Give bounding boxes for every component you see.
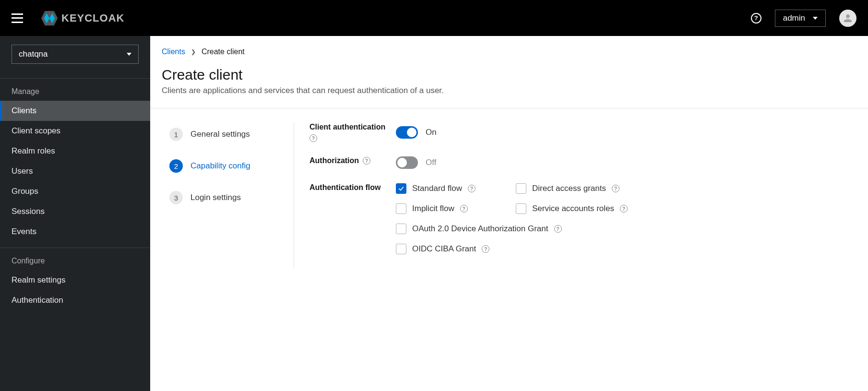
client-auth-label: Client authentication [309,123,385,131]
step-number: 3 [169,191,183,204]
wizard-nav: 1 General settings 2 Capability config 3… [169,123,294,269]
checkbox-label: Direct access grants [532,184,606,193]
checkbox-icon [396,183,406,194]
top-header: KEYCLOAK ? admin [0,0,868,36]
checkbox-standard-flow[interactable]: Standard flow ? [396,183,511,194]
help-icon[interactable]: ? [363,157,370,165]
chevron-right-icon: ❯ [191,48,196,55]
breadcrumb: Clients ❯ Create client [150,47,868,56]
wizard-step-general-settings[interactable]: 1 General settings [169,123,284,154]
sidebar-item-events[interactable]: Events [0,222,150,242]
breadcrumb-parent-link[interactable]: Clients [162,47,185,56]
checkbox-direct-access[interactable]: Direct access grants ? [516,183,631,194]
checkbox-label: Standard flow [412,184,462,193]
breadcrumb-current: Create client [202,47,245,56]
sidebar-item-users[interactable]: Users [0,161,150,181]
step-label: Capability config [190,161,250,171]
help-icon[interactable]: ? [620,205,628,213]
checkbox-service-accounts[interactable]: Service accounts roles ? [516,203,631,214]
checkbox-label: Implicit flow [412,204,454,213]
checkbox-label: OAuth 2.0 Device Authorization Grant [412,224,548,234]
main-content: Clients ❯ Create client Create client Cl… [150,36,868,391]
sidebar-item-realm-settings[interactable]: Realm settings [0,270,150,290]
nav-section-configure: Configure [0,252,150,270]
checkbox-oauth-device[interactable]: OAuth 2.0 Device Authorization Grant ? [396,224,631,234]
menu-toggle-icon[interactable] [12,13,23,23]
help-icon[interactable]: ? [309,134,317,142]
checkbox-icon [396,224,406,234]
help-icon[interactable]: ? [482,245,489,253]
step-number: 1 [169,128,183,141]
checkbox-label: OIDC CIBA Grant [412,244,476,254]
brand-logo[interactable]: KEYCLOAK [40,9,124,27]
step-label: General settings [190,130,250,139]
sidebar-item-client-scopes[interactable]: Client scopes [0,121,150,141]
realm-selector[interactable]: chatqna [12,45,139,64]
sidebar-item-sessions[interactable]: Sessions [0,201,150,222]
brand-text: KEYCLOAK [61,12,124,24]
help-icon[interactable]: ? [554,225,562,233]
chevron-down-icon [813,17,818,20]
page-description: Clients are applications and services th… [150,86,868,95]
checkbox-label: Service accounts roles [532,204,614,213]
sidebar-item-realm-roles[interactable]: Realm roles [0,141,150,161]
help-icon[interactable]: ? [612,185,619,192]
checkbox-icon [396,203,406,214]
checkbox-icon [396,244,406,254]
auth-flow-label: Authentication flow [309,183,380,192]
sidebar-item-clients[interactable]: Clients [0,101,150,121]
wizard-step-login-settings[interactable]: 3 Login settings [169,186,284,218]
authorization-label: Authorization [309,156,359,165]
nav-section-manage: Manage [0,83,150,101]
page-title: Create client [150,67,868,83]
client-auth-state: On [426,128,437,137]
help-icon[interactable]: ? [460,205,468,213]
checkbox-oidc-ciba[interactable]: OIDC CIBA Grant ? [396,244,631,254]
sidebar-item-groups[interactable]: Groups [0,181,150,201]
person-icon [842,12,854,24]
checkbox-icon [516,203,526,214]
chevron-down-icon [127,53,131,56]
wizard-step-capability-config[interactable]: 2 Capability config [169,154,284,186]
user-menu-button[interactable]: admin [775,10,826,27]
step-label: Login settings [190,193,241,202]
user-name: admin [783,13,805,23]
checkbox-implicit-flow[interactable]: Implicit flow ? [396,203,511,214]
help-icon[interactable]: ? [468,185,476,192]
step-number: 2 [169,159,183,173]
help-icon[interactable]: ? [751,13,761,24]
checkbox-icon [516,183,526,194]
sidebar: chatqna Manage Clients Client scopes Rea… [0,36,150,391]
authorization-state: Off [426,158,436,167]
keycloak-logo-icon [40,9,59,27]
authorization-toggle[interactable] [396,156,418,169]
realm-name: chatqna [19,49,48,59]
sidebar-item-authentication[interactable]: Authentication [0,290,150,310]
avatar[interactable] [839,10,856,27]
client-auth-toggle[interactable] [396,126,418,139]
